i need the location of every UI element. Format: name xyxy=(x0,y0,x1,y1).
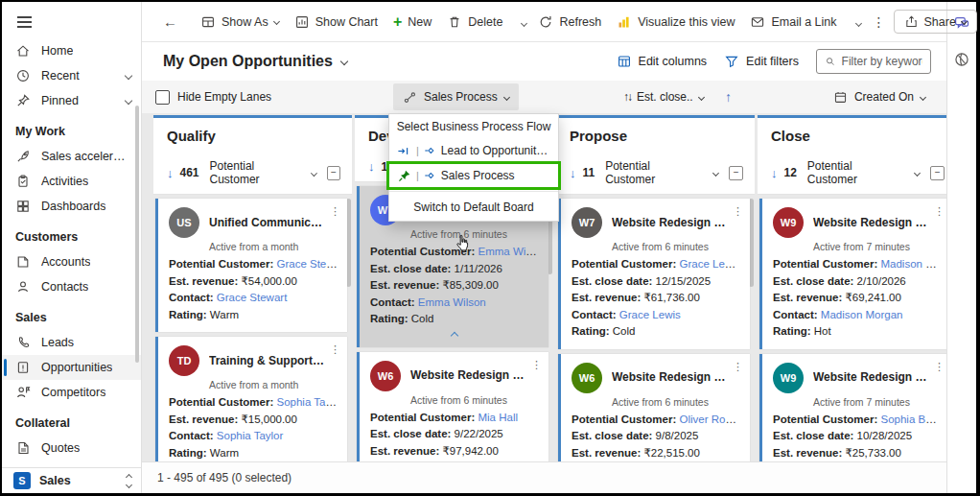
field-value[interactable]: Cold xyxy=(613,325,636,337)
hide-empty-lanes-checkbox[interactable] xyxy=(155,90,170,105)
card-more-button[interactable]: ⋮ xyxy=(531,359,542,371)
card-more-button[interactable]: ⋮ xyxy=(733,361,743,373)
edit-filters-button[interactable]: Edit filters xyxy=(724,54,799,69)
collapse-lane-icon[interactable]: − xyxy=(729,166,743,180)
back-button[interactable]: ← xyxy=(155,9,185,35)
refresh-button[interactable]: Refresh xyxy=(530,10,609,35)
sidebar-item-contacts[interactable]: Contacts xyxy=(2,274,141,299)
field-value[interactable]: 9/8/2025 xyxy=(656,430,699,441)
edit-columns-button[interactable]: Edit columns xyxy=(617,54,708,69)
collapse-lane-icon[interactable]: − xyxy=(930,166,945,180)
email-link-button[interactable]: Email a Link xyxy=(742,10,844,35)
visualize-view-button[interactable]: Visualize this view xyxy=(609,10,742,35)
column-group-by[interactable]: Potential Customer xyxy=(807,159,903,186)
field-value[interactable]: Grace Stew... xyxy=(276,258,338,270)
field-value[interactable]: Sophia Taylor xyxy=(217,430,283,441)
overflow-chevron[interactable] xyxy=(852,15,865,29)
collapse-lane-icon[interactable]: − xyxy=(327,166,340,180)
field-value[interactable]: 10/28/2025 xyxy=(857,430,913,441)
field-value[interactable]: Grace Lewi... xyxy=(679,258,740,270)
field-value[interactable]: Sophia Bai... xyxy=(880,413,942,425)
area-switcher[interactable]: S Sales xyxy=(2,467,141,493)
opportunity-card[interactable]: W6 Website Redesign #694 ⋮ Active from 6… xyxy=(558,354,750,462)
sidebar-item-sales-accelerator[interactable]: Sales accelerator xyxy=(2,144,141,169)
field-value[interactable]: ₹69,241.00 xyxy=(845,292,900,303)
field-value[interactable]: Emma Wilso... xyxy=(478,246,539,257)
keyword-filter-input[interactable] xyxy=(842,55,922,68)
sidebar-item-quotes[interactable]: Quotes xyxy=(2,436,141,461)
field-value[interactable]: 2/10/2026 xyxy=(857,275,906,287)
sort-descending-icon[interactable]: ↓ xyxy=(570,166,576,180)
card-more-button[interactable]: ⋮ xyxy=(330,343,340,356)
sidebar-item-accounts[interactable]: Accounts xyxy=(2,249,141,274)
field-value[interactable]: Grace Stewart xyxy=(217,292,288,303)
column-group-by[interactable]: Potential Customer xyxy=(210,159,300,186)
opportunity-card[interactable]: W6 Website Redesign #676 ⋮ Active from 6… xyxy=(357,352,548,462)
field-value[interactable]: Warm xyxy=(210,447,239,459)
card-field: Est. revenue: ₹61,736.00 xyxy=(572,290,740,307)
field-value[interactable]: Warm xyxy=(210,309,239,320)
sidebar-section-header: Collateral xyxy=(2,405,141,436)
process-menu-item-lead-to-opportunity-sales[interactable]: | Lead to Opportunity Sales ... xyxy=(389,138,558,163)
sort-descending-icon[interactable]: ↓ xyxy=(368,159,375,174)
field-value[interactable]: ₹15,000.00 xyxy=(241,413,296,425)
share-button[interactable]: Share xyxy=(894,10,977,34)
field-value[interactable]: Sophia Tay... xyxy=(276,396,338,408)
card-more-button[interactable]: ⋮ xyxy=(934,205,945,218)
field-value[interactable]: Emma Wilson xyxy=(418,296,486,308)
opportunity-card[interactable]: W9 Website Redesign #948 ⋮ Active from 7… xyxy=(759,199,946,349)
field-value[interactable]: Hot xyxy=(814,325,831,337)
switch-default-board-item[interactable]: Switch to Default Board xyxy=(389,195,558,219)
opportunity-card[interactable]: US Unified Communicatio... ⋮ Active from… xyxy=(155,199,347,332)
sidebar-item-recent[interactable]: Recent xyxy=(2,63,141,88)
column-group-by[interactable]: Potential Customer xyxy=(605,159,701,186)
new-button[interactable]: +New xyxy=(385,11,439,34)
field-value[interactable]: 12/15/2025 xyxy=(656,275,712,287)
sidebar-item-competitors[interactable]: Competitors xyxy=(2,380,141,405)
field-value[interactable]: Madison Morgan xyxy=(821,309,903,320)
view-selector[interactable]: My Open Opportunities xyxy=(163,53,347,70)
sort-descending-icon[interactable]: ↓ xyxy=(771,166,778,180)
process-menu-item-sales-process[interactable]: | Sales Process xyxy=(389,163,558,188)
overflow-chevron[interactable] xyxy=(518,15,530,29)
sidebar-item-activities[interactable]: Activities xyxy=(2,169,141,194)
field-value[interactable]: Madison Mo... xyxy=(880,258,942,270)
created-on-button[interactable]: Created On xyxy=(833,81,925,113)
field-value[interactable]: 1/11/2026 xyxy=(455,263,502,274)
field-value[interactable]: ₹54,000.00 xyxy=(241,275,296,287)
opportunity-card[interactable]: TD Training & Support Deal ⋮ Active from… xyxy=(155,337,347,461)
field-value[interactable]: ₹85,309.00 xyxy=(442,279,498,291)
card-more-button[interactable]: ⋮ xyxy=(733,205,743,218)
delete-button[interactable]: Delete xyxy=(439,10,510,35)
sidebar-item-leads[interactable]: Leads xyxy=(2,330,141,355)
show-as-button[interactable]: Show As xyxy=(193,10,287,35)
field-value[interactable]: Cold xyxy=(411,313,434,324)
field-value[interactable]: Grace Lewis xyxy=(619,309,681,320)
more-commands-button[interactable]: ⋮ xyxy=(865,14,894,30)
sidebar-scrollbar[interactable] xyxy=(135,106,139,363)
field-value[interactable]: ₹61,736.00 xyxy=(643,292,699,303)
field-value[interactable]: 9/22/2025 xyxy=(455,428,503,439)
process-selector-button[interactable]: Sales Process xyxy=(393,83,519,110)
avatar: W6 xyxy=(572,363,602,393)
field-value[interactable]: ₹25,733.00 xyxy=(845,447,900,459)
field-value[interactable]: Mia Hall xyxy=(478,412,518,423)
sidebar-item-opportunities[interactable]: Opportunities xyxy=(2,355,141,380)
opportunity-card[interactable]: W9 Website Redesign #92 ⋮ Active from 7 … xyxy=(759,354,946,462)
field-value[interactable]: ₹22,515.00 xyxy=(643,447,699,459)
sort-field-button[interactable]: ↑↓Est. close.. xyxy=(623,81,704,113)
insights-panel-icon[interactable] xyxy=(953,51,970,68)
sidebar-item-dashboards[interactable]: Dashboards xyxy=(2,194,141,219)
hamburger-menu-icon[interactable] xyxy=(2,2,141,36)
sort-direction-button[interactable]: ↑ xyxy=(725,81,732,113)
sidebar-item-home[interactable]: Home xyxy=(2,38,141,63)
field-value[interactable]: Oliver Rog... xyxy=(679,413,740,425)
opportunity-card[interactable]: W7 Website Redesign #704 ⋮ Active from 6… xyxy=(558,199,750,349)
card-more-button[interactable]: ⋮ xyxy=(330,205,340,218)
card-more-button[interactable]: ⋮ xyxy=(934,361,945,373)
show-chart-button[interactable]: Show Chart xyxy=(287,10,385,35)
sort-descending-icon[interactable]: ↓ xyxy=(167,166,174,180)
card-collapse-chevron-icon[interactable] xyxy=(370,328,539,339)
field-value[interactable]: ₹97,942.00 xyxy=(442,445,498,457)
sidebar-item-pinned[interactable]: Pinned xyxy=(2,88,141,113)
